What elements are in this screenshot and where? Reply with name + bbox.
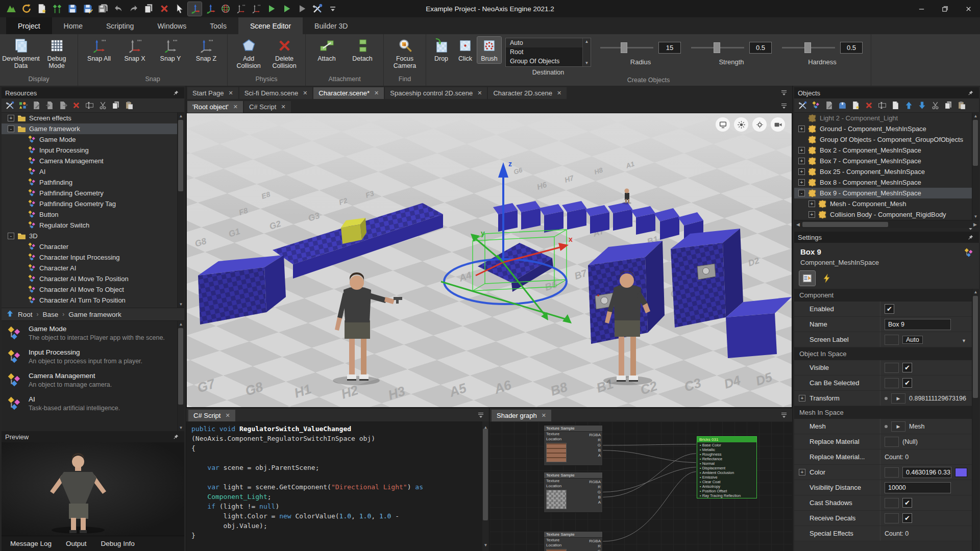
tree-scrollbar[interactable]: ▲▼ — [972, 113, 979, 220]
shader-node-texture-sample[interactable]: Texture SampleTextureLocationRGBARGBA — [544, 425, 603, 466]
status-tab-output[interactable]: Output — [66, 540, 87, 547]
node-output-b[interactable]: B — [589, 448, 601, 453]
scroll-thumb[interactable] — [178, 120, 183, 191]
default-value-box[interactable] — [885, 467, 899, 478]
ribbon-tab-project[interactable]: Project — [6, 17, 52, 34]
ribbon-tab-scripting[interactable]: Scripting — [94, 17, 145, 34]
strength-slider-track[interactable] — [691, 47, 744, 48]
node-input-metallic[interactable]: ▪Metallic — [697, 447, 756, 452]
checkbox-checked[interactable]: ✔ — [885, 304, 894, 314]
default-value-box[interactable] — [885, 498, 899, 508]
tab-c-script[interactable]: C# Script✕ — [188, 410, 235, 421]
preview-viewport[interactable] — [2, 442, 184, 536]
default-value-box[interactable] — [885, 513, 899, 523]
tree-item-box-8-component-meshinspace[interactable]: +Box 8 - Component_MeshInSpace — [794, 177, 979, 188]
default-value-box[interactable] — [885, 378, 899, 388]
play-2-icon[interactable] — [280, 2, 293, 16]
node-output-r[interactable]: R — [589, 485, 601, 490]
destination-option-root[interactable]: Root — [506, 47, 582, 57]
move-snap-tool-icon[interactable] — [203, 2, 217, 16]
scroll-thumb[interactable] — [973, 296, 978, 398]
display-mode-icon[interactable] — [716, 117, 730, 132]
node-output-a[interactable]: A — [589, 453, 601, 458]
new-object-icon[interactable] — [849, 99, 862, 112]
ribbon-button-delete-collision[interactable]: Delete Collision — [266, 37, 302, 70]
components-icon[interactable] — [810, 99, 822, 112]
tab-character-2d-scene[interactable]: Character 2D.scene✕ — [488, 87, 567, 99]
refresh-icon[interactable] — [19, 2, 33, 16]
scroll-up-icon[interactable]: ▲ — [585, 39, 589, 44]
edit-icon[interactable] — [823, 99, 835, 112]
save-all-icon[interactable] — [96, 2, 110, 16]
scroll-down-icon[interactable]: ▼ — [178, 302, 184, 307]
tree-item-character[interactable]: Character — [2, 241, 184, 252]
node-input-base-color[interactable]: ▪Base Color — [697, 443, 756, 447]
status-tab-debug-info[interactable]: Debug Info — [101, 540, 135, 547]
node-input-displacement[interactable]: ▪Displacement — [697, 466, 756, 470]
rotate-tool-icon[interactable] — [218, 2, 232, 16]
hardness-slider-thumb[interactable] — [804, 42, 811, 53]
scroll-thumb[interactable] — [483, 429, 488, 520]
close-icon[interactable] — [957, 0, 980, 17]
export-icon[interactable] — [57, 99, 69, 112]
breadcrumb-up-icon[interactable] — [6, 310, 14, 319]
tree-item-character-ai-move-to-position[interactable]: Character AI Move To Position — [2, 273, 184, 284]
text-field[interactable]: 10000 — [885, 482, 951, 493]
app-logo-icon[interactable] — [4, 2, 18, 16]
ribbon-button-snap-z[interactable]: Snap Z — [188, 37, 224, 63]
ribbon-tab-windows[interactable]: Windows — [145, 17, 198, 34]
scroll-up-icon[interactable]: ▲ — [972, 290, 979, 294]
select-tool-icon[interactable] — [173, 2, 186, 16]
tree-item-game-framework[interactable]: -Game framework — [2, 123, 184, 134]
pin-icon[interactable] — [171, 433, 181, 441]
destination-scrollbar[interactable]: ▲▼ — [582, 38, 591, 66]
default-value-box[interactable] — [885, 363, 899, 373]
import-icon[interactable] — [43, 99, 56, 112]
node-output-b[interactable]: B — [589, 495, 601, 500]
scroll-left-icon[interactable]: ◀ — [796, 222, 800, 227]
ribbon-button-development-data[interactable]: Development Data — [3, 37, 39, 70]
tree-expander[interactable]: + — [808, 211, 815, 218]
resource-item-input-processing[interactable]: Input ProcessingAn object to process inp… — [7, 348, 176, 366]
tab-root-object[interactable]: 'Root object'✕ — [187, 101, 243, 113]
ribbon-tab-home[interactable]: Home — [52, 17, 94, 34]
tree-expander[interactable]: + — [798, 168, 805, 175]
strength-value[interactable]: 0.5 — [749, 42, 772, 54]
color-swatch[interactable] — [955, 468, 967, 477]
tab-close-icon[interactable]: ✕ — [233, 104, 238, 110]
status-tab-message-log[interactable]: Message Log — [10, 540, 52, 547]
node-output-r[interactable]: R — [589, 438, 601, 443]
tree-expander[interactable]: - — [798, 190, 805, 196]
ribbon-tab-builder-3d[interactable]: Builder 3D — [303, 17, 359, 34]
delete-icon[interactable] — [70, 99, 82, 112]
node-input-ray-tracing-reflection[interactable]: ▪Ray Tracing Reflection — [697, 493, 756, 498]
pin-icon[interactable] — [171, 89, 181, 97]
radius-slider-track[interactable] — [600, 47, 653, 48]
pin-icon[interactable] — [966, 233, 975, 242]
tree-item-game-mode[interactable]: Game Mode — [2, 134, 184, 145]
scroll-down-icon[interactable]: ▼ — [178, 425, 184, 430]
ribbon-button-detach[interactable]: Detach — [345, 37, 380, 63]
settings-scrollbar[interactable]: ▲ — [972, 289, 979, 551]
tree-item-camera-management[interactable]: Camera Management — [2, 156, 184, 166]
ribbon-button-click[interactable]: Click — [453, 37, 477, 63]
ribbon-button-focus-camera[interactable]: Focus Camera — [387, 37, 423, 70]
tab-close-icon[interactable]: ✕ — [225, 412, 230, 419]
shader-node-texture-sample[interactable]: Texture SampleTextureLocationRGBARGBA — [544, 531, 603, 551]
tree-item-character-ai-turn-to-position[interactable]: Character AI Turn To Position — [2, 295, 184, 306]
tree-expander[interactable]: + — [8, 115, 14, 121]
play-icon[interactable] — [264, 2, 278, 16]
ribbon-button-brush[interactable]: Brush — [477, 37, 501, 63]
save-icon[interactable] — [65, 2, 79, 16]
code-editor[interactable]: public void RegulatorSwitch_ValueChanged… — [186, 421, 489, 551]
tab-shader-graph[interactable]: Shader graph✕ — [492, 410, 551, 421]
code-scrollbar[interactable]: ▲▼ — [482, 421, 489, 551]
run-icon[interactable] — [295, 2, 309, 16]
breadcrumb-item-game-framework[interactable]: Game framework — [68, 311, 121, 318]
node-input-reflectance[interactable]: ▪Reflectance — [697, 457, 756, 461]
dropdown[interactable]: Auto▼ — [902, 335, 969, 345]
tree-expander[interactable]: + — [798, 126, 805, 132]
move-tool-icon[interactable] — [188, 2, 202, 16]
paste-icon[interactable] — [955, 99, 968, 112]
redo-icon[interactable] — [127, 2, 140, 16]
